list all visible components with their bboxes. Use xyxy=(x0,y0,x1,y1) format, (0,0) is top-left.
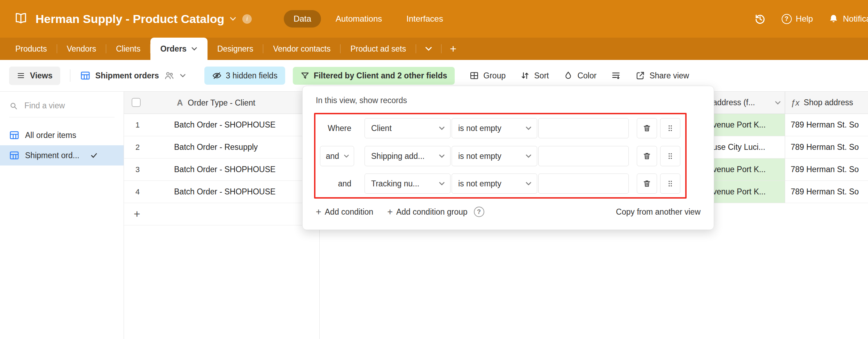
tabs-overflow-chevron-icon[interactable] xyxy=(416,38,441,60)
view-switcher[interactable]: Shipment orders xyxy=(80,70,186,81)
sidebar-item-shipment-orders[interactable]: Shipment ord... xyxy=(0,145,124,165)
history-icon[interactable] xyxy=(754,13,766,25)
help-button[interactable]: ? Help xyxy=(782,14,813,24)
field-dropdown[interactable]: Client xyxy=(365,118,451,138)
filter-label: Filtered by Client and 2 other fields xyxy=(314,71,447,80)
trash-icon xyxy=(642,124,651,133)
condition-value-input[interactable] xyxy=(538,146,629,166)
shop-address-cell[interactable]: 789 Herman St. So xyxy=(785,114,868,136)
condition-value-input[interactable] xyxy=(538,118,629,138)
chevron-down-icon xyxy=(438,180,445,187)
view-item-label: Shipment ord... xyxy=(25,151,79,160)
search-input[interactable] xyxy=(24,101,115,111)
chevron-down-icon xyxy=(438,125,445,132)
row-number: 3 xyxy=(133,165,142,174)
tab-orders-active[interactable]: Orders xyxy=(150,38,207,60)
topbar: Herman Supply - Product Catalog i Data A… xyxy=(0,0,868,38)
table-row: use City Luci... 789 Herman St. So xyxy=(711,136,868,159)
address-cell[interactable]: venue Port K... xyxy=(711,181,785,203)
sort-icon xyxy=(520,71,530,80)
grid-view-icon xyxy=(9,150,19,161)
primary-cell[interactable]: Batch Order - SHOPHOUSE xyxy=(174,165,275,174)
topbar-nav: Data Automations Interfaces xyxy=(284,10,453,28)
tab-products[interactable]: Products xyxy=(6,38,57,60)
tab-orders-label: Orders xyxy=(160,44,186,54)
title-chevron-down-icon[interactable] xyxy=(229,15,237,23)
add-table-button[interactable]: + xyxy=(441,38,465,60)
add-condition-label: Add condition xyxy=(325,207,373,217)
add-row-button[interactable]: + xyxy=(124,203,320,225)
table-row[interactable]: 4 Batch Order - SHOPHOUSE xyxy=(124,181,320,203)
nav-tab-data[interactable]: Data xyxy=(284,10,321,28)
shop-address-cell[interactable]: 789 Herman St. So xyxy=(785,159,868,181)
table-row[interactable]: 1 Batch Order - SHOPHOUSE xyxy=(124,114,320,136)
address-cell[interactable]: venue Port K... xyxy=(711,114,785,136)
address-cell[interactable]: use City Luci... xyxy=(711,136,785,159)
address-column-header[interactable]: address (f... xyxy=(711,92,785,114)
drag-handle[interactable] xyxy=(660,146,680,166)
group-icon xyxy=(469,71,479,80)
shop-address-cell[interactable]: 789 Herman St. So xyxy=(785,181,868,203)
delete-condition-button[interactable] xyxy=(637,146,657,166)
tab-vendor-contacts[interactable]: Vendor contacts xyxy=(263,38,340,60)
notifications-button[interactable]: Notifica xyxy=(828,14,868,24)
table-row[interactable]: 2 Batch Order - Resupply xyxy=(124,136,320,159)
view-search[interactable] xyxy=(9,101,115,117)
condition-prefix: Where xyxy=(316,124,354,133)
row-height-button[interactable] xyxy=(611,71,621,80)
info-icon[interactable]: i xyxy=(242,14,252,24)
plus-icon: + xyxy=(387,207,393,217)
primary-cell[interactable]: Batch Order - Resupply xyxy=(174,142,258,152)
chevron-down-icon xyxy=(179,72,186,79)
tab-designers[interactable]: Designers xyxy=(208,38,263,60)
help-circle-icon[interactable]: ? xyxy=(474,207,484,217)
conjunction-dropdown[interactable]: and xyxy=(320,146,354,166)
nav-tab-interfaces[interactable]: Interfaces xyxy=(397,10,453,28)
share-view-button[interactable]: Share view xyxy=(635,71,689,80)
field-dropdown[interactable]: Shipping add... xyxy=(365,146,451,166)
question-icon: ? xyxy=(782,14,792,24)
text-field-type-icon: A xyxy=(177,98,183,108)
operator-dropdown[interactable]: is not empty xyxy=(452,118,537,138)
add-condition-button[interactable]: + Add condition xyxy=(316,207,373,217)
shop-address-cell[interactable]: 789 Herman St. So xyxy=(785,136,868,159)
plus-icon: + xyxy=(134,208,140,221)
tab-product-ad-sets[interactable]: Product ad sets xyxy=(341,38,416,60)
sort-button[interactable]: Sort xyxy=(520,71,549,80)
tab-clients[interactable]: Clients xyxy=(106,38,150,60)
grid-view-icon xyxy=(80,70,91,81)
row-height-icon xyxy=(611,71,621,80)
operator-dropdown[interactable]: is not empty xyxy=(452,146,537,166)
select-all-checkbox[interactable] xyxy=(132,98,141,107)
drag-handle[interactable] xyxy=(660,118,680,138)
delete-condition-button[interactable] xyxy=(637,118,657,138)
primary-cell[interactable]: Batch Order - SHOPHOUSE xyxy=(174,120,275,130)
delete-condition-button[interactable] xyxy=(637,174,657,194)
drag-dots-icon xyxy=(666,179,674,188)
views-button[interactable]: Views xyxy=(9,67,60,85)
filter-button[interactable]: Filtered by Client and 2 other fields xyxy=(293,67,455,85)
nav-tab-automations[interactable]: Automations xyxy=(326,10,392,28)
condition-value-input[interactable] xyxy=(538,174,629,194)
book-icon xyxy=(13,12,29,26)
chevron-down-icon[interactable] xyxy=(774,99,781,106)
shop-header-label: Shop address xyxy=(804,98,853,107)
table-row[interactable]: 3 Batch Order - SHOPHOUSE xyxy=(124,159,320,181)
toolbar-divider xyxy=(70,69,70,82)
shop-address-column-header[interactable]: ƒx Shop address xyxy=(785,92,868,114)
primary-cell[interactable]: Batch Order - SHOPHOUSE xyxy=(174,187,275,197)
color-button[interactable]: Color xyxy=(563,71,596,80)
field-dropdown[interactable]: Tracking nu... xyxy=(365,174,451,194)
primary-field-header[interactable]: A Order Type - Client xyxy=(177,92,255,114)
operator-dropdown[interactable]: is not empty xyxy=(452,174,537,194)
tab-vendors[interactable]: Vendors xyxy=(57,38,106,60)
sidebar-item-all-order-items[interactable]: All order items xyxy=(0,125,124,145)
hidden-fields-button[interactable]: 3 hidden fields xyxy=(204,67,285,85)
address-cell[interactable]: venue Port K... xyxy=(711,159,785,181)
copy-from-view-button[interactable]: Copy from another view xyxy=(616,207,701,217)
group-button[interactable]: Group xyxy=(469,71,506,80)
condition-prefix-label: Where xyxy=(328,124,351,133)
conjunction-value: and xyxy=(326,152,339,161)
drag-handle[interactable] xyxy=(660,174,680,194)
add-condition-group-button[interactable]: + Add condition group xyxy=(387,207,467,217)
